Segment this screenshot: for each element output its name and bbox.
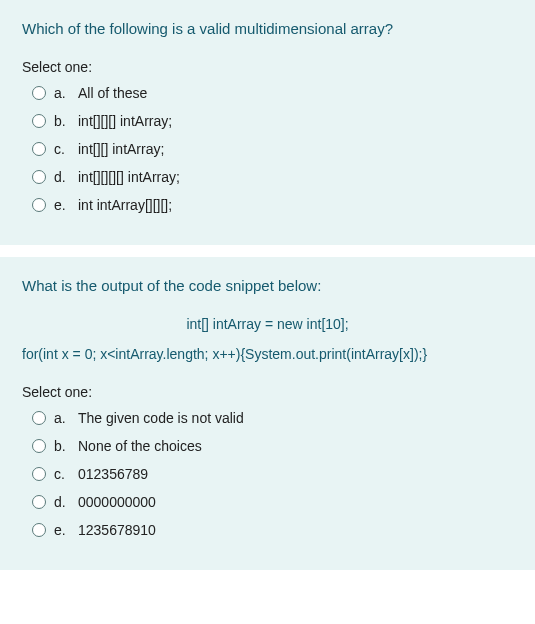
option-letter: b. (54, 438, 72, 454)
option-d[interactable]: d. int[][][][] intArray; (32, 169, 513, 185)
radio-icon[interactable] (32, 86, 46, 100)
options-list: a. The given code is not valid b. None o… (22, 410, 513, 538)
option-text: int[][] intArray; (72, 141, 164, 157)
radio-icon[interactable] (32, 495, 46, 509)
option-letter: d. (54, 494, 72, 510)
option-letter: e. (54, 197, 72, 213)
option-text: The given code is not valid (72, 410, 244, 426)
radio-icon[interactable] (32, 439, 46, 453)
radio-icon[interactable] (32, 114, 46, 128)
option-letter: d. (54, 169, 72, 185)
radio-icon[interactable] (32, 170, 46, 184)
radio-icon[interactable] (32, 142, 46, 156)
question-block: Which of the following is a valid multid… (0, 0, 535, 245)
option-b[interactable]: b. int[][][] intArray; (32, 113, 513, 129)
radio-icon[interactable] (32, 523, 46, 537)
option-text: int[][][][] intArray; (72, 169, 180, 185)
option-text: int[][][] intArray; (72, 113, 172, 129)
question-prompt: What is the output of the code snippet b… (22, 277, 513, 294)
option-letter: a. (54, 85, 72, 101)
options-list: a. All of these b. int[][][] intArray; c… (22, 85, 513, 213)
select-one-label: Select one: (22, 59, 513, 75)
code-snippet-line: for(int x = 0; x<intArray.length; x++){S… (22, 346, 513, 362)
option-text: None of the choices (72, 438, 202, 454)
radio-icon[interactable] (32, 198, 46, 212)
option-letter: a. (54, 410, 72, 426)
option-b[interactable]: b. None of the choices (32, 438, 513, 454)
question-prompt: Which of the following is a valid multid… (22, 20, 513, 37)
option-e[interactable]: e. int intArray[][][]; (32, 197, 513, 213)
option-text: 1235678910 (72, 522, 156, 538)
option-c[interactable]: c. int[][] intArray; (32, 141, 513, 157)
option-letter: e. (54, 522, 72, 538)
option-text: 0000000000 (72, 494, 156, 510)
option-d[interactable]: d. 0000000000 (32, 494, 513, 510)
radio-icon[interactable] (32, 467, 46, 481)
option-text: int intArray[][][]; (72, 197, 172, 213)
radio-icon[interactable] (32, 411, 46, 425)
option-c[interactable]: c. 012356789 (32, 466, 513, 482)
option-a[interactable]: a. The given code is not valid (32, 410, 513, 426)
option-text: 012356789 (72, 466, 148, 482)
code-snippet-center: int[] intArray = new int[10]; (22, 316, 513, 332)
question-block: What is the output of the code snippet b… (0, 257, 535, 570)
option-letter: b. (54, 113, 72, 129)
option-e[interactable]: e. 1235678910 (32, 522, 513, 538)
option-letter: c. (54, 141, 72, 157)
option-text: All of these (72, 85, 147, 101)
select-one-label: Select one: (22, 384, 513, 400)
option-a[interactable]: a. All of these (32, 85, 513, 101)
option-letter: c. (54, 466, 72, 482)
